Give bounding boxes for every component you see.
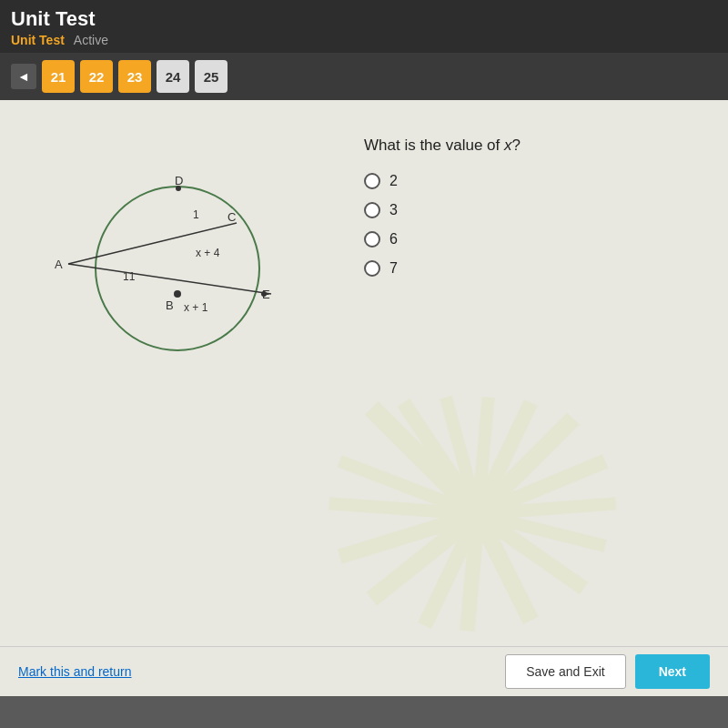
nav-page-24[interactable]: 24 (157, 60, 189, 93)
geometry-diagram: D C A B E 1 11 x + 4 (36, 127, 309, 364)
option-label-2: 3 (389, 202, 398, 218)
svg-line-0 (371, 409, 478, 515)
diagram-container: D C A B E 1 11 x + 4 (36, 127, 328, 368)
save-exit-button[interactable]: Save and Exit (505, 654, 625, 689)
svg-line-5 (478, 419, 573, 514)
svg-text:x + 4: x + 4 (196, 247, 220, 259)
svg-point-18 (174, 290, 181, 298)
options-list: 2 3 6 7 (364, 173, 692, 277)
svg-point-22 (176, 186, 181, 191)
background-watermark (318, 387, 637, 642)
svg-line-13 (371, 514, 478, 599)
svg-text:C: C (228, 210, 236, 224)
svg-line-12 (425, 514, 478, 626)
question-area: D C A B E 1 11 x + 4 (0, 100, 728, 395)
svg-line-3 (478, 398, 489, 514)
test-label: Unit Test (11, 33, 65, 47)
svg-line-10 (478, 514, 531, 621)
option-1[interactable]: 2 (364, 173, 692, 189)
option-label-3: 6 (389, 231, 398, 248)
svg-line-6 (478, 461, 605, 514)
option-3[interactable]: 6 (364, 231, 692, 248)
svg-line-1 (403, 403, 478, 515)
prev-arrow-button[interactable]: ◄ (11, 64, 36, 89)
svg-line-16 (339, 461, 478, 514)
radio-opt2[interactable] (364, 202, 380, 218)
radio-opt1[interactable] (364, 173, 380, 189)
mark-return-button[interactable]: Mark this and return (18, 664, 132, 679)
svg-text:D: D (175, 174, 183, 187)
page-title: Unit Test (11, 7, 717, 31)
svg-line-15 (329, 504, 478, 515)
nav-page-22[interactable]: 22 (80, 60, 113, 93)
option-label-4: 7 (389, 260, 398, 277)
header: Unit Test Unit Test Active (0, 0, 728, 53)
svg-text:1: 1 (193, 208, 199, 221)
svg-text:B: B (166, 298, 174, 312)
footer-buttons: Save and Exit Next (505, 654, 710, 689)
option-2[interactable]: 3 (364, 202, 692, 218)
svg-line-2 (446, 398, 478, 514)
svg-line-11 (467, 514, 478, 631)
svg-text:11: 11 (123, 270, 136, 283)
nav-page-23[interactable]: 23 (118, 60, 151, 93)
svg-line-7 (478, 504, 616, 515)
footer: Mark this and return Save and Exit Next (0, 646, 728, 696)
status-badge: Active (74, 33, 108, 47)
header-subtitle: Unit Test Active (11, 33, 717, 47)
svg-line-4 (478, 403, 531, 515)
svg-text:A: A (55, 258, 63, 271)
nav-page-21[interactable]: 21 (42, 60, 75, 93)
svg-line-8 (478, 514, 605, 546)
svg-point-27 (261, 291, 267, 297)
option-4[interactable]: 7 (364, 260, 692, 277)
svg-line-9 (478, 514, 584, 589)
svg-text:x + 1: x + 1 (184, 301, 208, 314)
radio-opt4[interactable] (364, 260, 380, 277)
question-text: What is the value of x? (364, 136, 692, 155)
next-button[interactable]: Next (635, 654, 710, 689)
nav-bar: ◄ 21 22 23 24 25 (0, 53, 728, 100)
radio-opt3[interactable] (364, 231, 380, 248)
answer-area: What is the value of x? 2 3 6 7 (364, 127, 692, 368)
nav-page-25[interactable]: 25 (195, 60, 228, 93)
svg-line-14 (339, 514, 478, 557)
main-content: D C A B E 1 11 x + 4 (0, 100, 728, 696)
option-label-1: 2 (389, 173, 398, 189)
